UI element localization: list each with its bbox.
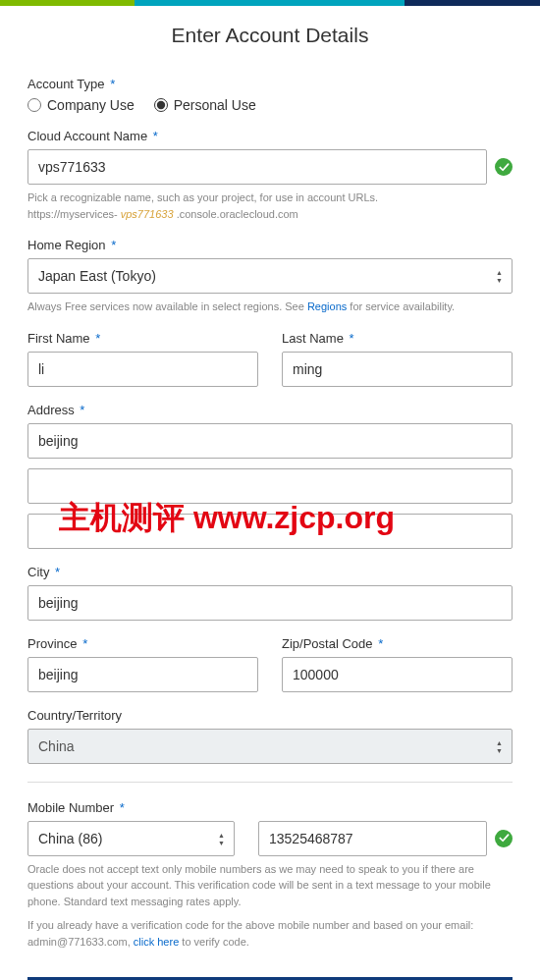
last-name-input[interactable] (282, 352, 513, 387)
address-group: Address * (27, 403, 513, 549)
mobile-hint-1: Oracle does not accept text only mobile … (27, 861, 513, 910)
check-icon (495, 158, 513, 176)
account-type-label: Account Type * (27, 77, 513, 91)
check-icon (495, 830, 513, 847)
province-input[interactable] (27, 657, 258, 692)
radio-company-input[interactable] (27, 98, 41, 112)
city-input[interactable] (27, 585, 513, 621)
name-row: First Name * Last Name * (27, 331, 513, 387)
required-star: * (110, 77, 115, 91)
click-here-link[interactable]: click here (134, 936, 179, 948)
regions-link[interactable]: Regions (307, 300, 347, 312)
page-title: Enter Account Details (27, 24, 513, 47)
home-region-select[interactable] (27, 258, 513, 294)
home-region-hint: Always Free services now available in se… (27, 299, 513, 315)
last-name-group: Last Name * (282, 331, 513, 387)
account-name-hint: Pick a recognizable name, such as your p… (27, 190, 513, 222)
mobile-hint-2: If you already have a verification code … (27, 917, 513, 950)
mobile-group: Mobile Number * ▲▼ Oracle does not accep… (27, 800, 513, 951)
radio-personal-use[interactable]: Personal Use (154, 97, 256, 113)
form-container: Enter Account Details Account Type * Com… (0, 6, 540, 980)
zip-input[interactable] (282, 657, 513, 692)
mobile-country-select[interactable] (27, 821, 235, 856)
account-type-group: Account Type * Company Use Personal Use (27, 77, 513, 113)
account-name-label: Cloud Account Name * (27, 129, 513, 143)
zip-group: Zip/Postal Code * (282, 636, 513, 692)
address-line3-input[interactable] (27, 514, 513, 549)
address-line1-input[interactable] (27, 423, 513, 459)
radio-personal-input[interactable] (154, 98, 168, 112)
account-type-radios: Company Use Personal Use (27, 97, 513, 113)
country-select[interactable] (27, 729, 513, 764)
city-group: City * (27, 565, 513, 621)
divider (27, 782, 513, 783)
radio-company-use[interactable]: Company Use (27, 97, 135, 113)
first-name-group: First Name * (27, 331, 258, 387)
first-name-input[interactable] (27, 352, 258, 387)
home-region-group: Home Region * ▲▼ Always Free services no… (27, 238, 513, 315)
country-group: Country/Territory ▲▼ (27, 708, 513, 764)
account-name-input[interactable] (27, 149, 487, 185)
province-group: Province * (27, 636, 258, 692)
mobile-number-input[interactable] (258, 821, 487, 856)
account-name-group: Cloud Account Name * Pick a recognizable… (27, 129, 513, 222)
home-region-label: Home Region * (27, 238, 513, 252)
province-zip-row: Province * Zip/Postal Code * (27, 636, 513, 692)
address-line2-input[interactable] (27, 468, 513, 504)
